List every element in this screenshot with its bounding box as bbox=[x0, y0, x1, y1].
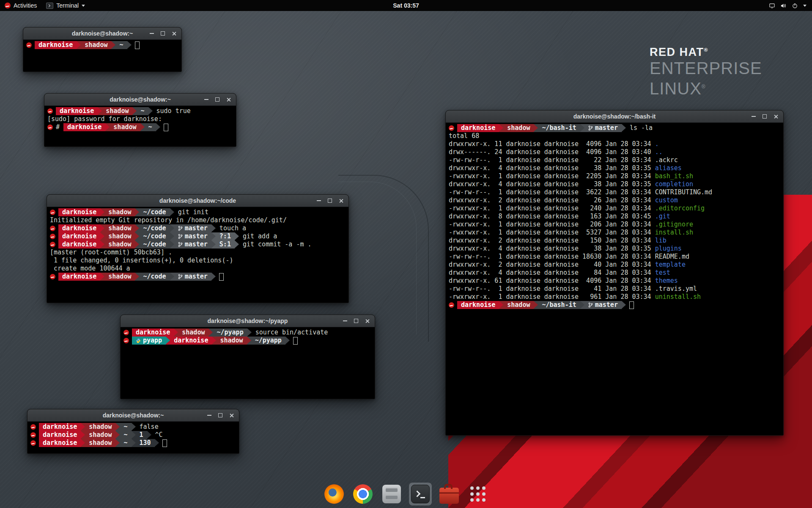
window-titlebar[interactable]: darknoise@shadow:~ bbox=[27, 409, 239, 422]
maximize-button[interactable] bbox=[216, 411, 225, 419]
prompt-icon bbox=[50, 242, 55, 247]
terminal-text: completion bbox=[655, 180, 693, 188]
prompt-separator-shape bbox=[622, 301, 626, 309]
prompt-icon bbox=[30, 440, 36, 446]
maximize-icon bbox=[161, 31, 165, 36]
minimize-button[interactable] bbox=[202, 96, 211, 103]
maximize-button[interactable] bbox=[326, 197, 334, 204]
prompt-segment-host: shadow bbox=[85, 431, 115, 439]
dock-item-toolbox[interactable] bbox=[438, 483, 461, 505]
prompt-separator bbox=[115, 423, 120, 431]
dock-item-terminal[interactable] bbox=[409, 483, 432, 505]
prompt-separator bbox=[211, 224, 216, 232]
clock[interactable]: Sat 03:57 bbox=[393, 0, 419, 11]
terminal-line: darknoiseshadow~ sudo true bbox=[47, 107, 233, 115]
dock-item-app-grid[interactable] bbox=[466, 483, 489, 505]
terminal-text: drwxrwxr-x. 4 darknoise darknoise 38 Jan… bbox=[449, 245, 655, 253]
terminal-text: sudo true bbox=[153, 107, 191, 115]
terminal-window-bash-it[interactable]: darknoise@shadow:~/bash-itdarknoiseshado… bbox=[445, 110, 784, 436]
terminal-content[interactable]: darknoiseshadow~/bash-itmaster ls -latot… bbox=[446, 123, 783, 436]
prompt-separator-shape bbox=[622, 124, 626, 132]
maximize-button[interactable] bbox=[159, 30, 167, 37]
terminal-line: darknoiseshadow~/codemaster bbox=[50, 273, 346, 281]
prompt-icon bbox=[47, 108, 53, 114]
window-titlebar[interactable]: darknoise@shadow:~ bbox=[23, 28, 181, 40]
close-button[interactable] bbox=[337, 197, 345, 204]
terminal-window-sudo[interactable]: darknoise@shadow:~darknoiseshadow~ sudo … bbox=[44, 93, 236, 147]
prompt-segment-host: shadow bbox=[104, 224, 135, 232]
terminal-text: 1 file changed, 0 insertions(+), 0 delet… bbox=[50, 257, 233, 265]
terminal-text: total 68 bbox=[449, 132, 479, 140]
minimize-button[interactable] bbox=[315, 197, 323, 204]
prompt-separator-shape bbox=[166, 337, 170, 344]
terminal-content[interactable]: darknoiseshadow~ falsedarknoiseshadow~1 … bbox=[27, 422, 239, 454]
prompt-separator-shape bbox=[100, 232, 104, 240]
terminal-content[interactable]: darknoiseshadow~/code git initInitialize… bbox=[47, 207, 348, 303]
terminal-line: drwxrwxr-x. 2 darknoise darknoise 40 Jan… bbox=[449, 261, 780, 269]
dock-item-firefox[interactable] bbox=[323, 483, 346, 505]
prompt-segment-host: shadow bbox=[503, 301, 534, 309]
prompt-separator bbox=[81, 439, 85, 447]
segment-label: pyapp bbox=[143, 337, 162, 345]
dock-item-chrome[interactable] bbox=[351, 483, 374, 505]
segment-label: ~/bash-it bbox=[542, 301, 576, 309]
terminal-window-home-small[interactable]: darknoise@shadow:~darknoiseshadow~ bbox=[23, 27, 182, 72]
prompt-separator bbox=[81, 431, 85, 439]
prompt-segment-path: ~/pyapp bbox=[213, 329, 247, 337]
git-branch-icon bbox=[178, 226, 183, 231]
terminal-line: -rw-rw-r--. 1 darknoise darknoise 18630 … bbox=[449, 253, 780, 261]
segment-label: ~ bbox=[148, 123, 152, 131]
window-titlebar[interactable]: darknoise@shadow:~/code bbox=[47, 195, 348, 207]
window-title: darknoise@shadow:~/pyapp bbox=[121, 318, 375, 324]
terminal-text: drwxrwxr-x. 2 darknoise darknoise 40 Jan… bbox=[449, 261, 655, 269]
activities-button[interactable]: Activities bbox=[0, 0, 41, 11]
terminal-text: themes bbox=[655, 277, 678, 285]
terminal-content[interactable]: darknoiseshadow~/pyapp source bin/activa… bbox=[121, 327, 375, 399]
app-menu-button[interactable]: Terminal bbox=[41, 0, 90, 11]
minimize-button[interactable] bbox=[148, 30, 156, 37]
segment-label: shadow bbox=[85, 41, 107, 49]
grid-dot bbox=[470, 486, 474, 490]
terminal-text: .editorconfig bbox=[655, 204, 705, 213]
terminal-text: template bbox=[655, 261, 686, 269]
window-titlebar[interactable]: darknoise@shadow:~ bbox=[44, 94, 236, 106]
prompt-separator bbox=[77, 41, 81, 49]
terminal-line: -rwxrwxr-x. 1 darknoise darknoise 2205 J… bbox=[449, 172, 780, 180]
dock-item-files[interactable] bbox=[380, 483, 403, 505]
prompt-segment-user: darknoise bbox=[58, 224, 100, 232]
window-titlebar[interactable]: darknoise@shadow:~/pyapp bbox=[121, 315, 375, 327]
chevron-down-icon bbox=[82, 5, 85, 7]
prompt-segment-branch: master bbox=[584, 124, 622, 132]
system-status-menu[interactable] bbox=[763, 0, 812, 11]
prompt-segment-path: ~ bbox=[120, 439, 131, 447]
prompt-segment-user: darknoise bbox=[39, 439, 81, 447]
prompt-segment-exit: 130 bbox=[136, 439, 155, 447]
prompt-segment-path: ~/code bbox=[139, 224, 170, 232]
close-button[interactable] bbox=[771, 113, 780, 120]
close-button[interactable] bbox=[170, 30, 178, 37]
prompt-segment-host: shadow bbox=[102, 107, 132, 115]
maximize-button[interactable] bbox=[352, 317, 360, 325]
terminal-window-code[interactable]: darknoise@shadow:~/codedarknoiseshadow~/… bbox=[47, 194, 349, 303]
close-button[interactable] bbox=[227, 411, 236, 419]
terminal-text: false bbox=[136, 423, 159, 431]
segment-label: darknoise bbox=[461, 124, 495, 132]
segment-label: ~ bbox=[123, 439, 127, 447]
terminal-content[interactable]: darknoiseshadow~ bbox=[23, 40, 181, 72]
window-controls bbox=[315, 197, 348, 204]
terminal-text: -rw-rw-r--. 1 darknoise darknoise 41 Jan… bbox=[449, 285, 655, 293]
minimize-icon bbox=[343, 320, 347, 321]
window-titlebar[interactable]: darknoise@shadow:~/bash-it bbox=[446, 110, 783, 123]
terminal-window-pyapp[interactable]: darknoise@shadow:~/pyappdarknoiseshadow~… bbox=[120, 315, 375, 399]
close-button[interactable] bbox=[224, 96, 233, 103]
maximize-button[interactable] bbox=[760, 113, 769, 120]
minimize-button[interactable] bbox=[341, 317, 349, 325]
terminal-text: -rwxrwxr-x. 1 darknoise darknoise 961 Ja… bbox=[449, 293, 655, 301]
prompt-segment-user: darknoise bbox=[170, 337, 212, 345]
minimize-button[interactable] bbox=[749, 113, 758, 120]
maximize-button[interactable] bbox=[213, 96, 222, 103]
minimize-button[interactable] bbox=[205, 411, 214, 419]
terminal-window-exit-codes[interactable]: darknoise@shadow:~darknoiseshadow~ false… bbox=[27, 409, 239, 454]
terminal-content[interactable]: darknoiseshadow~ sudo true[sudo] passwor… bbox=[44, 106, 236, 147]
close-button[interactable] bbox=[363, 317, 371, 325]
